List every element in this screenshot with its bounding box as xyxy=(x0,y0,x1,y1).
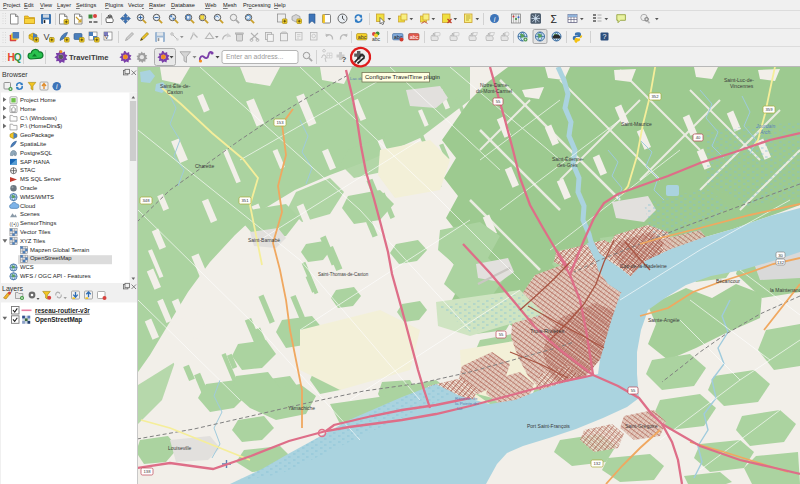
svg-text:Saint-Barnabé: Saint-Barnabé xyxy=(248,237,280,243)
svg-text:V: V xyxy=(105,34,109,40)
svg-text:359: 359 xyxy=(766,107,774,112)
svg-text:lac: lac xyxy=(457,406,463,411)
svg-text:Mesh: Mesh xyxy=(223,2,237,8)
svg-text:Configure TravelTime plugin: Configure TravelTime plugin xyxy=(365,74,440,80)
svg-text:Browser: Browser xyxy=(2,71,28,78)
svg-text:132: 132 xyxy=(777,260,785,265)
svg-text:Caxton: Caxton xyxy=(167,89,183,95)
svg-text:153: 153 xyxy=(277,120,285,125)
svg-text:Settings: Settings xyxy=(76,2,96,8)
svg-text:GeoPackage: GeoPackage xyxy=(20,132,55,138)
svg-text:Processing: Processing xyxy=(243,2,271,8)
svg-text:351: 351 xyxy=(242,198,250,203)
svg-text:Layers: Layers xyxy=(2,285,24,293)
svg-text:WMS/WMTS: WMS/WMTS xyxy=(20,194,54,200)
svg-text:View: View xyxy=(40,2,53,8)
svg-text:WFS / OGC API - Features: WFS / OGC API - Features xyxy=(20,273,91,279)
svg-text:Louiseville: Louiseville xyxy=(168,445,192,451)
svg-text:du-Mont-Carmel: du-Mont-Carmel xyxy=(476,88,512,94)
svg-text:Cap-de-la-Madeleine: Cap-de-la-Madeleine xyxy=(620,263,667,269)
svg-text:Arch.: Arch. xyxy=(759,129,772,135)
svg-text:SAP HANA: SAP HANA xyxy=(20,159,50,165)
svg-text:138: 138 xyxy=(144,469,152,474)
svg-text:Project: Project xyxy=(3,2,21,8)
svg-text:PostgreSQL: PostgreSQL xyxy=(20,150,53,156)
svg-text:Layer: Layer xyxy=(57,2,71,8)
svg-text:Edit: Edit xyxy=(24,2,34,8)
svg-text:Cloud: Cloud xyxy=(20,203,35,209)
svg-text:des-Grès: des-Grès xyxy=(557,162,578,168)
svg-text:Yamachiche: Yamachiche xyxy=(288,405,315,411)
svg-text:Vector: Vector xyxy=(128,2,144,8)
svg-text:Mapzen Global Terrain: Mapzen Global Terrain xyxy=(30,247,89,253)
svg-text:Trois-Rivières: Trois-Rivières xyxy=(530,328,564,334)
svg-text:P:\ (HomeDirs$): P:\ (HomeDirs$) xyxy=(20,123,62,129)
svg-text:Scenes: Scenes xyxy=(20,211,40,217)
svg-text:Project Home: Project Home xyxy=(20,97,56,103)
svg-text:XYZ Tiles: XYZ Tiles xyxy=(20,238,45,244)
svg-text:40: 40 xyxy=(696,135,701,140)
svg-text:reseau-routier-v3r: reseau-routier-v3r xyxy=(35,307,90,314)
svg-text:OpenStreetMap: OpenStreetMap xyxy=(30,255,72,261)
svg-text:Sainte-Angèle: Sainte-Angèle xyxy=(648,317,680,323)
svg-text:Help: Help xyxy=(274,2,286,8)
svg-text:Raster: Raster xyxy=(149,2,166,8)
svg-text:HQ: HQ xyxy=(8,52,22,63)
svg-text:Vincennes: Vincennes xyxy=(730,83,754,89)
svg-text:TravelTime: TravelTime xyxy=(69,53,109,62)
svg-text:?: ? xyxy=(342,55,347,64)
svg-text:Saint-Maurice: Saint-Maurice xyxy=(621,121,652,127)
svg-text:((•)): ((•)) xyxy=(10,221,19,227)
svg-text:352: 352 xyxy=(652,94,660,99)
svg-text:Vector Tiles: Vector Tiles xyxy=(20,229,51,235)
svg-text:Enter an address...: Enter an address... xyxy=(226,53,284,60)
svg-text:Plugins: Plugins xyxy=(105,2,124,8)
svg-text:Home: Home xyxy=(20,106,36,112)
svg-text:55: 55 xyxy=(496,99,501,104)
svg-text:OpenStreetMap: OpenStreetMap xyxy=(35,316,82,324)
svg-text:MS SQL Server: MS SQL Server xyxy=(20,176,61,182)
svg-text:WCS: WCS xyxy=(20,264,34,270)
svg-text:abc: abc xyxy=(372,36,381,42)
svg-text:Web: Web xyxy=(205,2,216,8)
svg-text:Bécancour: Bécancour xyxy=(716,278,740,284)
svg-text:SensorThings: SensorThings xyxy=(20,220,56,226)
svg-text:55: 55 xyxy=(631,388,636,393)
svg-text:55: 55 xyxy=(499,332,504,337)
svg-text:Charette: Charette xyxy=(195,163,214,169)
svg-text:Saint-Grégoire: Saint-Grégoire xyxy=(625,423,658,429)
svg-text:SpatiaLite: SpatiaLite xyxy=(20,141,47,147)
svg-text:348: 348 xyxy=(143,198,151,203)
svg-text:Saint-Thomas-de-Caxton: Saint-Thomas-de-Caxton xyxy=(318,272,369,277)
svg-text:C:\ (Windows): C:\ (Windows) xyxy=(20,115,57,121)
svg-text:Oracle: Oracle xyxy=(20,185,38,191)
svg-text:Port Saint-François: Port Saint-François xyxy=(527,423,570,429)
svg-text:STAC: STAC xyxy=(20,167,36,173)
svg-text:la Maintenance: la Maintenance xyxy=(770,287,800,293)
svg-text:132: 132 xyxy=(594,461,602,466)
svg-text:30: 30 xyxy=(778,253,783,258)
svg-text:Database: Database xyxy=(171,2,195,8)
